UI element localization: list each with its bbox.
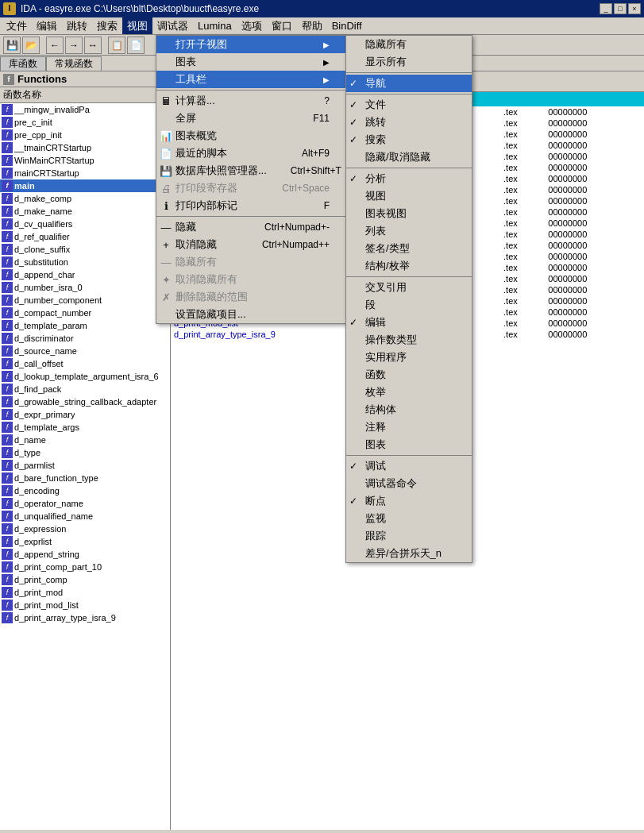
table-row[interactable]: d_name.tex00000000 [171, 173, 644, 184]
tab-library-functions[interactable]: 库函数 [0, 56, 46, 71]
table-row[interactable]: d_exprlist.tex00000000 [171, 262, 644, 273]
function-list-item[interactable]: f__tmainCRTStartup [0, 141, 170, 154]
table-row[interactable]: d_expression.tex00000000 [171, 251, 644, 262]
menu-lumina[interactable]: Lumina [193, 17, 237, 34]
functions-title: Functions [17, 73, 67, 85]
table-row[interactable]: d_find_pack.tex00000000 [171, 129, 644, 140]
function-list-item[interactable]: fd_encoding [0, 484, 170, 497]
function-list-item[interactable]: fd_append_string [0, 548, 170, 561]
function-list-item[interactable]: fd_ref_qualifier [0, 230, 170, 243]
func-name-cell: d_name [171, 173, 500, 184]
menu-file[interactable]: 文件 [2, 17, 32, 34]
menu-debugger[interactable]: 调试器 [152, 17, 193, 34]
title-bar: I IDA - easyre.exe C:\Users\blt\Desktop\… [0, 0, 644, 17]
menu-view[interactable]: 视图 [122, 17, 152, 34]
table-row[interactable]: d_template_args.tex00000000 [171, 162, 644, 173]
table-row[interactable]: d_lookup_template_argument_isra_6.tex000… [171, 118, 644, 129]
function-list-item[interactable]: fd_bare_function_type [0, 472, 170, 484]
table-row[interactable]: d_print_mod_list.tex00000000 [171, 318, 644, 329]
table-row[interactable]: d_append_string.tex00000000 [171, 273, 644, 284]
function-list-item[interactable]: fd_find_pack [0, 383, 170, 395]
function-list-item[interactable]: fd_expression [0, 523, 170, 535]
func-segment-cell: .tex [500, 329, 545, 340]
close-button[interactable]: × [628, 3, 641, 14]
function-list-item[interactable]: fd_discriminator [0, 332, 170, 345]
table-row[interactable]: d_call_offset.tex00000000 [171, 106, 644, 118]
table-row[interactable]: d_operator_name.tex00000000 [171, 229, 644, 240]
function-list-item[interactable]: fd_source_name [0, 345, 170, 357]
menu-jump[interactable]: 跳转 [62, 17, 92, 34]
function-list-item[interactable]: fd_lookup_template_argument_isra_6 [0, 370, 170, 383]
table-row[interactable]: d_bare_function_type.tex00000000 [171, 206, 644, 218]
function-list-item[interactable]: fd_compact_number [0, 307, 170, 319]
function-list-item[interactable]: fd_exprlist [0, 535, 170, 548]
stop-button[interactable]: ⏹ [215, 73, 233, 91]
function-list-item[interactable]: fd_make_name [0, 205, 170, 218]
function-list-item[interactable]: fd_cv_qualifiers [0, 218, 170, 230]
function-icon: f [2, 117, 13, 128]
function-list-item[interactable]: fd_name [0, 434, 170, 446]
open-button[interactable]: 📂 [22, 37, 40, 54]
function-list-item[interactable]: fd_growable_string_callback_adapter [0, 395, 170, 408]
function-list-item[interactable]: fmain [0, 179, 170, 192]
func-name-cell: d_growable_string_callback_adapter [171, 140, 500, 151]
menu-edit[interactable]: 编辑 [32, 17, 62, 34]
back-button[interactable]: ← [46, 37, 64, 54]
menu-options[interactable]: 选项 [237, 17, 267, 34]
functions-list[interactable]: f__mingw_invalidPafpre_c_initfpre_cpp_in… [0, 103, 170, 830]
save-button[interactable]: 💾 [3, 37, 21, 54]
function-list-item[interactable]: fd_expr_primary [0, 408, 170, 421]
function-list-item[interactable]: fd_unqualified_name [0, 510, 170, 523]
function-list-item[interactable]: fd_substitution [0, 256, 170, 268]
function-list-item[interactable]: f__mingw_invalidPa [0, 103, 170, 116]
function-list-item[interactable]: fd_parmlist [0, 459, 170, 472]
function-icon: f [2, 142, 13, 153]
function-list-item[interactable]: fd_number_component [0, 294, 170, 307]
minimize-button[interactable]: _ [600, 3, 612, 14]
function-list-item[interactable]: fd_template_param [0, 319, 170, 332]
function-list-item[interactable]: fd_number_isra_0 [0, 281, 170, 294]
func-address-cell: 00000000 [545, 240, 644, 251]
forward-button[interactable]: → [65, 37, 83, 54]
table-row[interactable]: d_type.tex00000000 [171, 184, 644, 195]
function-list-item[interactable]: fd_print_array_type_isra_9 [0, 611, 170, 624]
function-list-item[interactable]: fd_template_args [0, 421, 170, 434]
function-list-item[interactable]: fmainCRTStartup [0, 167, 170, 179]
play-button[interactable]: ▶ [174, 73, 191, 91]
function-list-item[interactable]: fWinMainCRTStartup [0, 154, 170, 167]
menu-bindiff[interactable]: BinDiff [327, 17, 367, 34]
menu-help[interactable]: 帮助 [297, 17, 327, 34]
func-name-cell: d_print_mod_list [171, 318, 500, 329]
function-list-item[interactable]: fd_type [0, 446, 170, 459]
menu-search[interactable]: 搜索 [92, 17, 122, 34]
tab-regular-functions[interactable]: 常规函数 [46, 56, 102, 71]
pause-button[interactable]: ⏸ [195, 73, 212, 91]
table-row[interactable]: d_encoding.tex00000000 [171, 218, 644, 229]
function-list-item[interactable]: fpre_cpp_init [0, 129, 170, 141]
function-list-item[interactable]: fd_clone_suffix [0, 243, 170, 256]
function-icon: f [2, 549, 13, 560]
table-row[interactable]: d_print_comp_part_10.tex00000000 [171, 284, 644, 295]
function-list-item[interactable]: fpre_c_init [0, 116, 170, 129]
function-list-item[interactable]: fd_append_char [0, 268, 170, 281]
table-row[interactable]: d_unqualified_name.tex00000000 [171, 240, 644, 251]
table-row[interactable]: d_parmlist.tex00000000 [171, 195, 644, 206]
paste-button[interactable]: 📄 [127, 37, 145, 54]
function-list-item[interactable]: fd_print_mod_list [0, 599, 170, 611]
function-list-item[interactable]: fd_operator_name [0, 497, 170, 510]
function-list-item[interactable]: fd_call_offset [0, 357, 170, 370]
function-list-item[interactable]: fd_print_comp [0, 573, 170, 586]
function-list-item[interactable]: fd_make_comp [0, 192, 170, 205]
table-row[interactable]: d_growable_string_callback_adapter.tex00… [171, 140, 644, 151]
table-row[interactable]: d_print_mod.tex00000000 [171, 307, 644, 318]
function-name: d_append_char [14, 270, 75, 280]
maximize-button[interactable]: □ [614, 3, 627, 14]
function-list-item[interactable]: fd_print_mod [0, 586, 170, 599]
table-row[interactable]: d_print_array_type_isra_9.tex00000000 [171, 329, 644, 340]
table-row[interactable]: d_expr_primary.tex00000000 [171, 151, 644, 162]
copy-button[interactable]: 📋 [108, 37, 125, 54]
menu-window[interactable]: 窗口 [267, 17, 297, 34]
function-list-item[interactable]: fd_print_comp_part_10 [0, 561, 170, 573]
table-row[interactable]: d_print_comp.tex00000000 [171, 295, 644, 307]
nav-button[interactable]: ↔ [84, 37, 102, 54]
